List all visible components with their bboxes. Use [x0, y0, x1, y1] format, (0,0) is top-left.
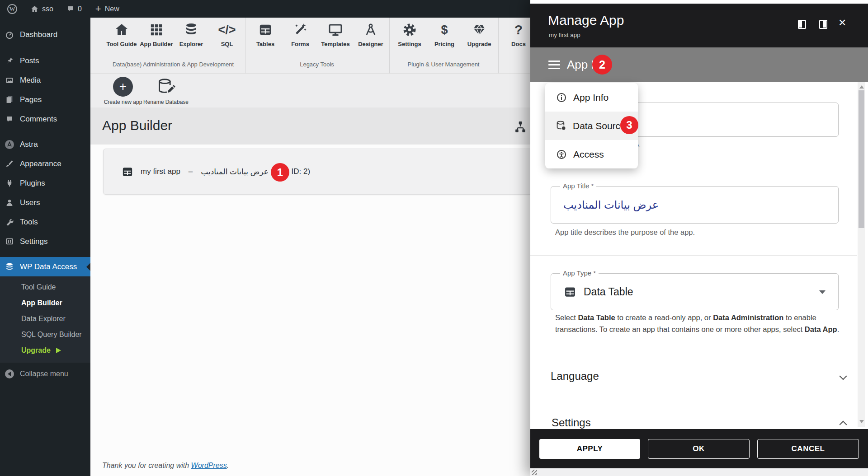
sidebar-item-pages[interactable]: Pages [0, 90, 90, 109]
magic-wand-icon [282, 21, 318, 38]
comments-counter[interactable]: 0 [67, 5, 82, 13]
scrollbar-thumb[interactable] [859, 90, 864, 228]
sidebar-item-users[interactable]: Users [0, 193, 90, 212]
comment-icon [67, 5, 74, 12]
sidebar-item-dashboard[interactable]: Dashboard [0, 25, 90, 44]
section-divider [530, 348, 857, 348]
sliders-icon [5, 238, 14, 245]
scroll-up-icon[interactable] [859, 85, 864, 89]
close-icon[interactable]: × [839, 15, 846, 30]
sidebar-item-appearance[interactable]: Appearance [0, 154, 90, 173]
pages-icon [5, 96, 14, 103]
wordpress-menu[interactable]: W [7, 4, 17, 14]
screen: W sso 0 + New Dashboard Posts Media [0, 0, 868, 476]
scroll-down-icon[interactable] [859, 420, 864, 423]
wordpress-link[interactable]: WordPress [191, 462, 227, 469]
dialog-scrollbar[interactable] [858, 82, 865, 427]
toolbar-sql[interactable]: </> SQL [209, 21, 245, 47]
sitemap-icon[interactable] [514, 121, 526, 135]
new-content-menu[interactable]: + New [95, 5, 119, 13]
sidebar-label: Appearance [20, 159, 61, 168]
toolbar-upgrade[interactable]: Upgrade [461, 21, 497, 47]
rename-database-label: Rename Database [138, 99, 194, 105]
sidebar-item-comments[interactable]: Comments [0, 109, 90, 129]
sidebar-label: Astra [20, 140, 38, 149]
app-name: my first app [141, 167, 180, 176]
submenu-upgrade[interactable]: Upgrade [0, 342, 90, 358]
cancel-button[interactable]: CANCEL [757, 439, 859, 459]
sidebar-item-settings[interactable]: Settings [0, 232, 90, 251]
sidebar-item-astra[interactable]: Astra [0, 135, 90, 154]
app-type-select[interactable]: App Type * Data Table [551, 273, 839, 310]
table-icon [247, 21, 283, 38]
submenu-app-builder[interactable]: App Builder [0, 295, 90, 311]
table-icon [564, 286, 576, 298]
gear-icon [392, 21, 428, 38]
database-icon [173, 21, 209, 38]
media-icon [5, 77, 14, 84]
sidebar-item-wp-data-access[interactable]: WP Data Access [0, 257, 90, 276]
site-name: sso [42, 5, 53, 13]
toolbar-settings[interactable]: Settings [392, 21, 428, 47]
sidebar-item-tools[interactable]: Tools [0, 212, 90, 232]
toolbar-pricing[interactable]: $ Pricing [426, 21, 462, 47]
sidebar-item-plugins[interactable]: Plugins [0, 173, 90, 193]
resize-handle-icon[interactable] [532, 470, 537, 475]
submenu-data-explorer[interactable]: Data Explorer [0, 311, 90, 327]
dialog-dropdown-menu: App Info Data Source Access 3 [545, 83, 638, 168]
toolbar-forms[interactable]: Forms [282, 21, 318, 47]
dialog-header: Manage App my first app × [530, 4, 868, 47]
dock-left-icon[interactable] [798, 20, 806, 29]
app-type-value: Data Table [584, 286, 633, 298]
arrow-left-circle-icon [5, 369, 14, 378]
toolbar-explorer[interactable]: Explorer [173, 21, 209, 47]
toolbar-designer[interactable]: Designer [353, 21, 389, 47]
home-icon [31, 5, 38, 13]
chevron-down-icon[interactable] [840, 373, 847, 380]
toolbar-templates[interactable]: Templates [317, 21, 354, 47]
table-icon [122, 166, 133, 177]
collapse-menu-button[interactable]: Collapse menu [0, 364, 90, 383]
pin-icon [5, 57, 14, 65]
new-label: New [105, 5, 119, 13]
rename-database-button[interactable] [156, 76, 176, 97]
step-badge-2: 2 [592, 55, 612, 75]
toolbar-tables[interactable]: Tables [247, 21, 283, 47]
app-title-helper: App title describes the purpose of the a… [555, 228, 695, 237]
dialog-top-margin [530, 0, 868, 4]
submenu-tool-guide[interactable]: Tool Guide [0, 279, 90, 295]
step-badge-3: 3 [620, 116, 638, 134]
toolbar-group-caption: Legacy Tools [272, 61, 362, 68]
sidebar-label: Users [20, 198, 40, 207]
database-icon [5, 263, 14, 271]
sidebar-item-media[interactable]: Media [0, 70, 90, 90]
comment-icon [5, 116, 14, 123]
app-type-label: App Type * [560, 269, 599, 277]
apply-button[interactable]: APPLY [539, 439, 640, 459]
dialog-body: e. App Info Data Source Access 3 App Tit… [530, 82, 868, 427]
dock-right-icon[interactable] [819, 20, 827, 29]
menu-item-access[interactable]: Access [545, 140, 638, 168]
sidebar-label: Settings [20, 237, 47, 246]
plus-icon: + [95, 6, 101, 12]
sidebar-label: Comments [20, 115, 57, 124]
user-icon [5, 199, 14, 206]
dialog-bottom-strip [530, 468, 868, 476]
app-title-field[interactable]: App Title * عرض بيانات المناديب [551, 186, 839, 224]
wrench-icon [5, 218, 14, 226]
toolbar-divider [498, 18, 499, 74]
step-badge-1: 1 [271, 163, 289, 182]
ok-button[interactable]: OK [648, 439, 750, 459]
accessibility-icon [556, 149, 567, 160]
toolbar-app-builder[interactable]: App Builder [138, 21, 175, 47]
sidebar-item-posts[interactable]: Posts [0, 51, 90, 70]
create-new-app-button[interactable]: + [113, 77, 133, 97]
hamburger-menu-icon[interactable] [548, 61, 560, 71]
toolbar-tool-guide[interactable]: Tool Guide [104, 21, 140, 47]
site-name-link[interactable]: sso [31, 5, 53, 13]
toolbar-group-caption: Data(base) Administration & App Developm… [105, 61, 241, 68]
menu-item-app-info[interactable]: App Info [545, 83, 638, 112]
toolbar-group-caption: Plugin & User Management [398, 61, 489, 68]
chevron-up-icon[interactable] [840, 421, 847, 429]
submenu-sql-query-builder[interactable]: SQL Query Builder [0, 327, 90, 342]
